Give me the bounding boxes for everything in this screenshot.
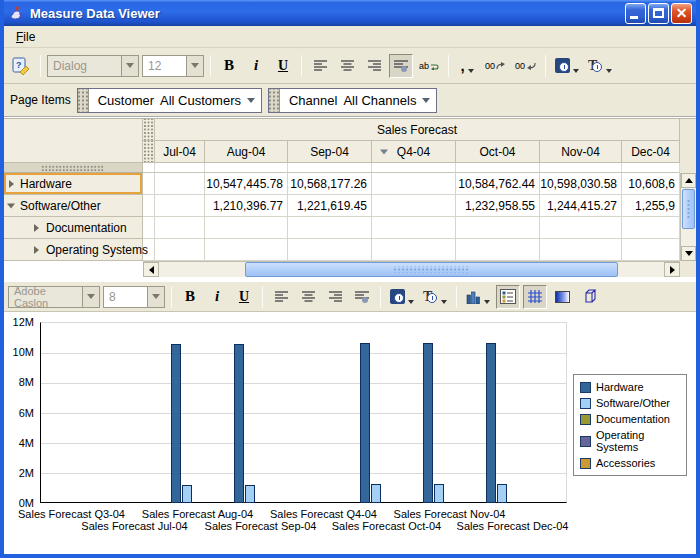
data-cell[interactable]: 10,598,030.58: [540, 173, 622, 195]
collapse-arrow-icon[interactable]: [7, 203, 15, 208]
italic-button[interactable]: i: [244, 54, 268, 78]
scroll-left-button[interactable]: [143, 262, 159, 277]
data-cell[interactable]: 10,547,445.78: [205, 173, 288, 195]
data-cell[interactable]: 1,255,9: [622, 195, 680, 217]
column-header-jul-04[interactable]: Jul-04: [155, 141, 205, 163]
gradient-button[interactable]: [550, 285, 574, 309]
size-combo[interactable]: 12: [142, 55, 204, 77]
format-heading-button[interactable]: T: [420, 285, 450, 309]
data-cell[interactable]: [456, 217, 540, 239]
font-combo[interactable]: Dialog: [47, 55, 139, 77]
data-cell[interactable]: 10,584,762.44: [456, 173, 540, 195]
page-item-customer[interactable]: CustomerAll Customers: [77, 88, 262, 113]
horizontal-scroll-track[interactable]: [159, 262, 245, 277]
row-header-software-other[interactable]: Software/Other: [4, 195, 143, 217]
scroll-right-button[interactable]: [664, 262, 680, 277]
data-cell[interactable]: [540, 217, 622, 239]
data-cell[interactable]: [205, 239, 288, 261]
drag-grip-icon[interactable]: [78, 89, 89, 112]
data-cell[interactable]: [372, 239, 456, 261]
word-wrap-button[interactable]: ab: [416, 54, 442, 78]
column-header-aug-04[interactable]: Aug-04: [205, 141, 288, 163]
expand-arrow-icon[interactable]: [9, 180, 14, 188]
data-cell[interactable]: [540, 239, 622, 261]
chevron-down-icon[interactable]: [147, 287, 164, 307]
measure-header[interactable]: Sales Forecast: [155, 119, 680, 141]
data-cell[interactable]: 1,210,396.77: [205, 195, 288, 217]
expand-arrow-icon[interactable]: [34, 246, 39, 254]
add-decimal-button[interactable]: 00: [482, 54, 509, 78]
align-default-button[interactable]: [389, 54, 413, 78]
chart-type-button[interactable]: [463, 285, 493, 309]
maximize-button[interactable]: [648, 3, 669, 24]
data-cell[interactable]: [372, 173, 456, 195]
align-center-button[interactable]: [335, 54, 359, 78]
data-cell[interactable]: [288, 217, 372, 239]
align-left-button[interactable]: [308, 54, 332, 78]
align-center-button[interactable]: [296, 285, 320, 309]
legend-toggle-button[interactable]: [496, 285, 520, 309]
column-axis-grip[interactable]: [143, 141, 155, 163]
column-header-q4-04[interactable]: Q4-04: [372, 141, 456, 163]
remove-decimal-button[interactable]: 00: [512, 54, 539, 78]
data-cell[interactable]: [155, 217, 205, 239]
properties-button[interactable]: ?: [8, 54, 34, 78]
bold-button[interactable]: B: [178, 285, 202, 309]
align-default-button[interactable]: [350, 285, 374, 309]
chevron-down-icon[interactable]: [247, 98, 255, 103]
column-header-oct-04[interactable]: Oct-04: [456, 141, 540, 163]
data-cell[interactable]: [205, 217, 288, 239]
horizontal-scroll-track[interactable]: [618, 262, 664, 277]
column-header-dec-04[interactable]: Dec-04: [622, 141, 680, 163]
data-cell[interactable]: [372, 217, 456, 239]
bold-button[interactable]: B: [217, 54, 241, 78]
data-cell[interactable]: [456, 239, 540, 261]
align-left-button[interactable]: [269, 285, 293, 309]
scroll-up-button[interactable]: [681, 173, 696, 188]
format-data-button[interactable]: [552, 54, 582, 78]
data-cell[interactable]: [288, 239, 372, 261]
chevron-down-icon[interactable]: [82, 287, 99, 307]
row-header-operating-systems[interactable]: Operating Systems: [4, 239, 143, 261]
data-cell[interactable]: [622, 217, 680, 239]
underline-button[interactable]: U: [232, 285, 256, 309]
chevron-down-icon[interactable]: [186, 56, 203, 76]
data-cell[interactable]: 1,221,619.45: [288, 195, 372, 217]
row-header-hardware[interactable]: Hardware: [4, 173, 143, 195]
comma-format-button[interactable]: ,: [455, 54, 479, 78]
align-right-button[interactable]: [362, 54, 386, 78]
depth-3d-button[interactable]: [577, 285, 601, 309]
menu-file[interactable]: File: [10, 28, 41, 46]
horizontal-scrollbar[interactable]: [143, 261, 680, 277]
vertical-scroll-thumb[interactable]: [682, 189, 695, 229]
drag-grip-icon[interactable]: [269, 89, 280, 112]
chevron-down-icon[interactable]: [422, 98, 430, 103]
data-cell[interactable]: [372, 195, 456, 217]
format-heading-button[interactable]: T: [585, 54, 615, 78]
data-cell[interactable]: [155, 173, 205, 195]
chart-size-combo[interactable]: 8: [103, 286, 165, 308]
vertical-scrollbar[interactable]: [680, 173, 696, 261]
vertical-scroll-track[interactable]: [681, 230, 696, 246]
page-item-channel[interactable]: ChannelAll Channels: [268, 88, 437, 113]
data-cell[interactable]: 10,608,6: [622, 173, 680, 195]
gridlines-toggle-button[interactable]: [523, 285, 547, 309]
format-data-button[interactable]: [387, 285, 417, 309]
collapse-arrow-icon[interactable]: [380, 149, 388, 154]
column-header-sep-04[interactable]: Sep-04: [288, 141, 372, 163]
data-cell[interactable]: 1,232,958.55: [456, 195, 540, 217]
row-header-documentation[interactable]: Documentation: [4, 217, 143, 239]
row-axis-grip[interactable]: [4, 163, 143, 173]
minimize-button[interactable]: [625, 3, 646, 24]
data-cell[interactable]: 1,244,415.27: [540, 195, 622, 217]
close-button[interactable]: ✕: [671, 3, 692, 24]
data-cell[interactable]: [155, 195, 205, 217]
scroll-down-button[interactable]: [681, 246, 696, 261]
column-axis-grip[interactable]: [143, 119, 155, 141]
expand-arrow-icon[interactable]: [34, 224, 39, 232]
data-cell[interactable]: [622, 239, 680, 261]
data-cell[interactable]: [155, 239, 205, 261]
align-right-button[interactable]: [323, 285, 347, 309]
underline-button[interactable]: U: [271, 54, 295, 78]
italic-button[interactable]: i: [205, 285, 229, 309]
